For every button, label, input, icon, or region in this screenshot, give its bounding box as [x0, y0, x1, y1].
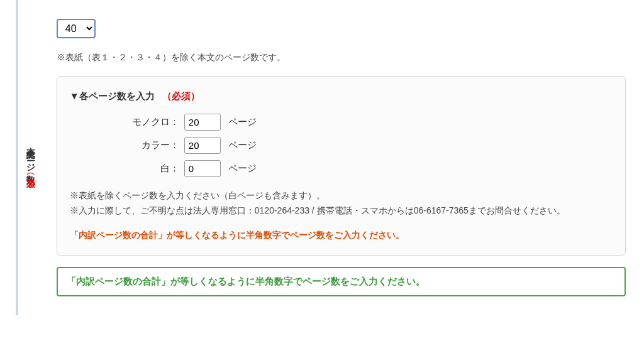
panel-title: ▼各ページ数を入力 （必須） — [70, 90, 613, 102]
panel-note-cover: ※表紙を除くページ数を入力ください（白ページも含みます）。 — [70, 188, 613, 203]
panel-note-contact: ※入力に際して、ご不明な点は法人専用窓口：0120-264-233 / 携帯電話… — [70, 203, 613, 219]
section-label-text: 本文総ページ数 — [26, 141, 36, 170]
section-label: 本文総ページ数 （必須） — [18, 0, 44, 315]
white-input[interactable] — [184, 160, 221, 177]
color-row: カラー： ページ — [70, 137, 613, 154]
total-pages-select[interactable]: 40 — [57, 19, 96, 38]
page-breakdown-panel: ▼各ページ数を入力 （必須） モノクロ： ページ カラー： ページ 白： ページ… — [57, 76, 626, 256]
mono-unit: ページ — [228, 116, 257, 128]
white-unit: ページ — [228, 163, 257, 175]
main-content: 40 ※表紙（表１・２・３・４）を除く本文のページ数です。 ▼各ページ数を入力 … — [44, 0, 632, 315]
panel-warning: 「内訳ページ数の合計」が等しくなるように半角数字でページ数をご入力ください。 — [70, 230, 613, 241]
color-unit: ページ — [228, 139, 257, 151]
mono-input[interactable] — [184, 114, 221, 131]
cover-exclusion-note: ※表紙（表１・２・３・４）を除く本文のページ数です。 — [57, 52, 626, 63]
white-row: 白： ページ — [70, 160, 613, 177]
panel-notes: ※表紙を除くページ数を入力ください（白ページも含みます）。 ※入力に際して、ご不… — [70, 188, 613, 219]
panel-required: （必須） — [162, 90, 200, 101]
panel-title-text: 各ページ数を入力 — [79, 90, 155, 101]
section-label-required: （必須） — [26, 170, 36, 175]
white-label: 白： — [70, 163, 182, 175]
color-label: カラー： — [70, 139, 182, 151]
mono-label: モノクロ： — [70, 116, 182, 128]
mono-row: モノクロ： ページ — [70, 114, 613, 131]
panel-title-mark: ▼ — [70, 90, 79, 101]
color-input[interactable] — [184, 137, 221, 154]
validation-alert: 「内訳ページ数の合計」が等しくなるように半角数字でページ数をご入力ください。 — [57, 267, 626, 296]
